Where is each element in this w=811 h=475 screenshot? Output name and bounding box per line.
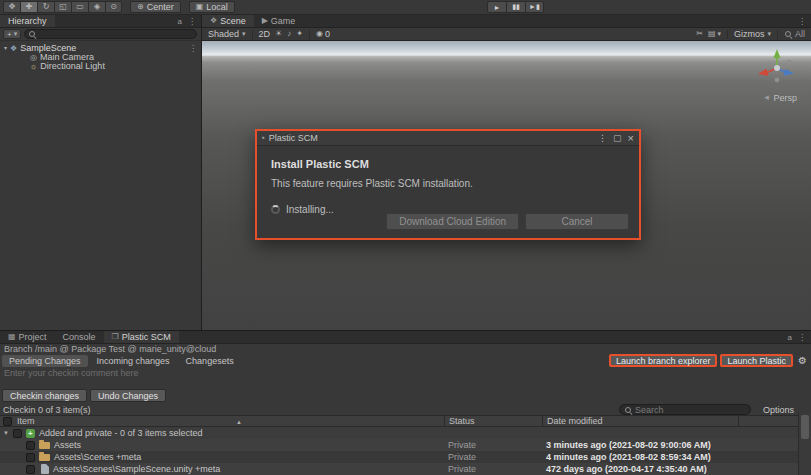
lock-icon[interactable]: a (178, 17, 182, 26)
scene-tab-icon: ❖ (210, 17, 217, 25)
row-date: 472 days ago (2020-04-17 4:35:40 AM) (542, 464, 738, 474)
launch-branch-explorer-button[interactable]: Launch branch explorer (609, 354, 718, 367)
table-scrollbar[interactable] (798, 413, 811, 475)
scene-visibility-toggle[interactable]: ◉ 0 (316, 29, 330, 39)
select-all-checkbox[interactable] (3, 417, 12, 426)
rect-tool-button[interactable]: ▭ (71, 1, 88, 13)
scale-icon: ◱ (59, 3, 67, 11)
tab-pending-changes[interactable]: Pending Changes (2, 355, 88, 367)
draw-mode-dropdown[interactable]: Shaded ▾ (208, 29, 246, 39)
camera-icon: ◎ (30, 54, 37, 62)
row-checkbox[interactable] (26, 453, 35, 462)
pivot-local-button[interactable]: ▣ Local (189, 1, 235, 13)
custom-tool-icon: ⊙ (110, 3, 117, 11)
table-row[interactable]: Assets\Scenes\SampleScene.unity +meta Pr… (0, 463, 811, 475)
tab-plastic-scm[interactable]: ❒ Plastic SCM (104, 331, 179, 343)
lighting-toggle-icon[interactable]: ☀ (275, 30, 282, 38)
close-icon[interactable]: × (628, 132, 634, 144)
hierarchy-search-input[interactable] (24, 29, 197, 39)
panel-menu-icon[interactable]: ⋮ (798, 17, 806, 26)
column-header-item[interactable]: Item (17, 416, 444, 426)
table-status-row: Checkin 0 of 3 item(s) Options (0, 404, 811, 415)
move-tool-button[interactable]: ✚ (20, 1, 37, 13)
dialog-titlebar[interactable]: ▪ Plastic SCM ⋮ ▢ × (257, 131, 639, 146)
hand-tool-button[interactable]: ✥ (3, 1, 20, 13)
column-header-date[interactable]: Date modified (542, 416, 738, 426)
step-button[interactable]: ►▮ (525, 1, 544, 13)
spinner-icon (271, 205, 280, 214)
group-label: Added and private - 0 of 3 items selecte… (39, 428, 203, 438)
project-tab-icon: ▦ (8, 333, 16, 341)
scene-toolbar: Shaded ▾ 2D ☀ ♪ ✦ ◉ 0 ✂ ▤ ▾ (202, 28, 811, 41)
scene-search-filter[interactable]: All (784, 29, 805, 39)
lock-icon[interactable]: a (788, 333, 792, 342)
transform-tool-button[interactable]: ◈ (88, 1, 105, 13)
rect-tool-icon: ▭ (76, 3, 84, 11)
dialog-menu-icon[interactable]: ⋮ (598, 133, 607, 143)
pause-button[interactable]: ▮▮ (506, 1, 525, 13)
tab-incoming-changes[interactable]: Incoming changes (90, 355, 177, 367)
cancel-button[interactable]: Cancel (525, 213, 629, 230)
column-header-status[interactable]: Status (444, 416, 542, 426)
scene-tabbar: ❖ Scene ▶ Game ⋮ (202, 15, 811, 28)
settings-gear-icon[interactable]: ⚙ (798, 355, 807, 366)
row-checkbox[interactable] (26, 441, 35, 450)
rotate-icon: ↻ (43, 3, 50, 11)
effects-toggle-icon[interactable]: ✦ (296, 30, 303, 38)
options-dropdown[interactable]: Options (763, 405, 794, 415)
tab-project[interactable]: ▦ Project (0, 331, 55, 343)
audio-toggle-icon[interactable]: ♪ (287, 30, 291, 38)
custom-tool-button[interactable]: ⊙ (105, 1, 122, 13)
table-row[interactable]: Assets\Scenes +meta Private 4 minutes ag… (0, 451, 811, 463)
tab-hierarchy[interactable]: Hierarchy (0, 15, 55, 27)
create-menu-button[interactable]: + ▾ (3, 29, 21, 39)
launch-plastic-button[interactable]: Launch Plastic (720, 354, 793, 367)
checkin-comment-input[interactable] (0, 367, 811, 379)
row-status: Private (444, 440, 542, 450)
checkin-changes-button[interactable]: Checkin changes (2, 389, 87, 402)
hierarchy-item-samplescene[interactable]: ▾ ❖ SampleScene ⋮ (0, 44, 201, 53)
pivot-center-button[interactable]: ⊕ Center (130, 1, 181, 13)
rotate-tool-button[interactable]: ↻ (37, 1, 54, 13)
orientation-gizmo[interactable] (749, 47, 803, 93)
projection-mode-label[interactable]: ◄ Persp (763, 93, 797, 103)
folder-icon (39, 442, 50, 449)
2d-toggle[interactable]: 2D (259, 29, 271, 39)
tab-game[interactable]: ▶ Game (254, 15, 304, 27)
center-pivot-icon: ⊕ (137, 3, 144, 11)
collapse-icon[interactable]: ▼ (3, 430, 9, 436)
bottom-tabbar: ▦ Project Console ❒ Plastic SCM a ⋮ (0, 331, 811, 344)
group-checkbox[interactable] (13, 429, 22, 438)
added-private-group-row[interactable]: ▼ + Added and private - 0 of 3 items sel… (0, 427, 811, 439)
maximize-icon[interactable]: ▢ (613, 133, 622, 143)
sort-indicator-icon: ▲ (236, 416, 242, 428)
tab-console[interactable]: Console (55, 331, 104, 343)
tool-button-group: ✥ ✚ ↻ ◱ ▭ ◈ ⊙ (3, 1, 122, 13)
scene-cut-tool-icon[interactable]: ✂ (696, 30, 703, 38)
hierarchy-item-directional-light[interactable]: ☼ Directional Light (0, 62, 201, 71)
search-input[interactable] (635, 405, 746, 414)
play-button[interactable]: ► (487, 1, 506, 13)
table-search[interactable] (619, 404, 751, 415)
foldout-icon[interactable]: ▾ (4, 44, 7, 53)
panel-menu-icon[interactable]: ⋮ (798, 333, 806, 342)
dialog-body: Install Plastic SCM This feature require… (257, 146, 639, 238)
dialog-message: This feature requires Plastic SCM instal… (271, 178, 625, 189)
game-tab-icon: ▶ (262, 17, 268, 25)
tab-changesets[interactable]: Changesets (179, 355, 241, 367)
scene-options-icon[interactable]: ⋮ (189, 45, 197, 53)
panel-menu-icon[interactable]: ⋮ (188, 17, 196, 26)
row-status: Private (444, 464, 542, 474)
download-cloud-edition-button[interactable]: Download Cloud Edition (386, 213, 519, 230)
bottom-panel: ▦ Project Console ❒ Plastic SCM a ⋮ Bran… (0, 330, 811, 475)
tab-scene[interactable]: ❖ Scene (202, 15, 254, 27)
play-icon: ► (494, 4, 501, 11)
scale-tool-button[interactable]: ◱ (54, 1, 71, 13)
row-checkbox[interactable] (26, 465, 35, 474)
gizmos-dropdown[interactable]: Gizmos ▾ (734, 29, 771, 39)
table-row[interactable]: Assets Private 3 minutes ago (2021-08-02… (0, 439, 811, 451)
camera-settings-dropdown[interactable]: ▤ ▾ (708, 30, 721, 38)
undo-changes-button[interactable]: Undo Changes (90, 389, 166, 402)
scrollbar-thumb[interactable] (801, 415, 809, 439)
search-icon (28, 30, 36, 38)
